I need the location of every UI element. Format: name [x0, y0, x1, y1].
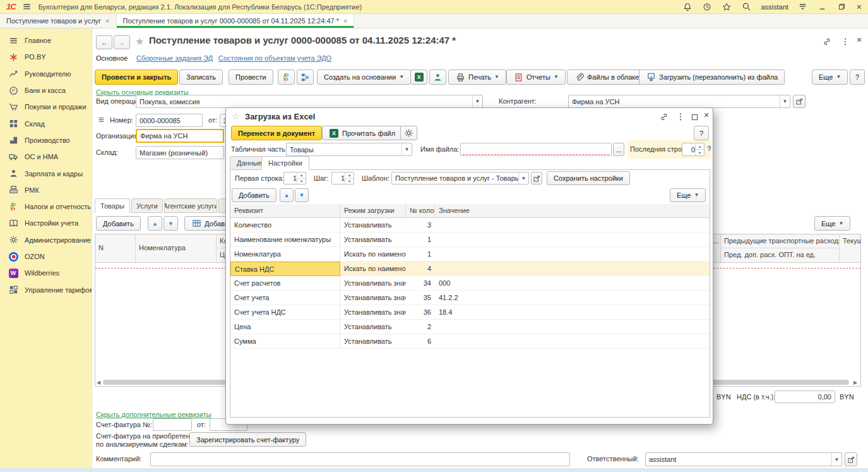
forward-button[interactable]: → [114, 35, 130, 49]
dialog-grid-row[interactable]: НоменклатураИскать по наименованию1 [230, 247, 710, 262]
sidebar-item-ozon[interactable]: OZON [0, 248, 92, 265]
dialog-grid-row[interactable]: КоличествоУстанавливать3 [230, 218, 710, 233]
comment-field[interactable] [150, 452, 570, 466]
col-requisite[interactable]: Реквизит [230, 204, 340, 217]
move-up-button[interactable]: ▲ [148, 216, 162, 231]
last-row-field[interactable]: 0 ▲▼ [682, 143, 705, 156]
sidebar-item-зарплата-и-кадры[interactable]: Зарплата и кадры [0, 165, 92, 181]
dialog-grid-more-button[interactable]: Еще▼ [670, 188, 706, 202]
col-prev-transport[interactable]: Предыдущие транспортные расходы [721, 234, 840, 248]
dtkt-button[interactable]: ДтКт [278, 70, 295, 85]
print-button[interactable]: Печать▼ [448, 70, 506, 85]
save-button[interactable]: Записать [179, 70, 223, 85]
reports-button[interactable]: Отчеты▼ [506, 70, 566, 85]
sidebar-item-производство[interactable]: Производство [0, 132, 92, 148]
dialog-grid-row[interactable]: Счет расчетовУстанавливать значение34000 [230, 276, 710, 291]
table-more-button[interactable]: Еще▼ [814, 216, 850, 231]
dialog-close-icon[interactable]: × [704, 110, 709, 120]
dialog-link-icon[interactable] [659, 112, 669, 122]
col-n[interactable]: N [95, 234, 136, 262]
spinner-control[interactable]: ▲▼ [695, 143, 704, 155]
excel-button[interactable]: X [410, 70, 427, 85]
dropdown-caret-icon[interactable]: ▼ [831, 453, 841, 466]
sidebar-item-wildberries[interactable]: WWildberries [0, 265, 92, 281]
browse-file-button[interactable]: ... [613, 143, 624, 156]
counterparty-open-button[interactable] [793, 95, 806, 108]
number-menu-icon[interactable] [96, 114, 106, 124]
dialog-more-icon[interactable] [675, 112, 686, 122]
minimize-icon[interactable] [817, 2, 828, 12]
operation-combobox[interactable]: Покупка, комиссия ▼ [136, 95, 483, 108]
nav-assembly-link[interactable]: Сборочные задания ЭД [136, 54, 213, 62]
first-row-field[interactable]: 1 ▲▼ [283, 172, 306, 185]
tab-close-icon[interactable]: × [343, 17, 347, 25]
col-column-number[interactable]: № колонки [406, 204, 435, 217]
restore-icon[interactable] [837, 2, 847, 12]
nav-main[interactable]: Основное [96, 54, 128, 62]
template-open-button[interactable] [531, 172, 542, 185]
tab-goods[interactable]: Товары [95, 198, 130, 213]
close-icon[interactable]: × [857, 2, 862, 12]
dialog-grid-row[interactable]: Ставка НДСИскать по наименованию4 [230, 262, 710, 276]
col-current[interactable]: Текущ [840, 234, 860, 262]
vat-field[interactable]: 0,00 [775, 390, 835, 403]
sidebar-item-главное[interactable]: Главное [0, 32, 92, 49]
template-combobox[interactable]: Поступление товаров и услуг - Товары ▼ [391, 172, 529, 185]
col-prev-add[interactable]: Пред. доп. расх. ОПТ. на ед. [721, 248, 840, 262]
nav-edo-link[interactable]: Состояния по объектам учета ЭДО [218, 54, 331, 62]
move-down-button[interactable]: ▼ [163, 216, 178, 231]
dialog-grid-row[interactable]: Наименование номенклатурыУстанавливать1 [230, 233, 710, 247]
structure-button[interactable] [297, 70, 314, 85]
tab-document-list[interactable]: Поступление товаров и услуг × [0, 14, 117, 28]
form-close-icon[interactable]: × [857, 35, 862, 45]
scroll-right-icon[interactable]: ▶ [853, 380, 857, 385]
dropdown-caret-icon[interactable]: ▼ [780, 95, 790, 107]
tab-document-current[interactable]: Поступление товаров и услуг 0000-000085 … [117, 14, 355, 28]
col-load-mode[interactable]: Режим загрузки [340, 204, 406, 217]
step-field[interactable]: 1 ▲▼ [331, 172, 354, 185]
invoice-number-field[interactable] [153, 418, 192, 431]
sidebar-item-покупки-и-продажи[interactable]: Покупки и продажи [0, 99, 92, 115]
tab-close-icon[interactable]: × [105, 17, 109, 25]
get-link-icon[interactable] [822, 37, 832, 47]
tab-services[interactable]: Услуги [131, 198, 163, 213]
warehouse-field[interactable]: Магазин (розничный) [136, 146, 224, 159]
hide-additional-requisites-link[interactable]: Скрыть дополнительные реквизиты [96, 411, 211, 418]
last-row-hint[interactable]: ? [707, 145, 711, 152]
current-user[interactable]: assistant [761, 3, 788, 11]
read-file-button[interactable]: XПрочитать файл [322, 126, 402, 140]
filename-input[interactable] [460, 143, 612, 156]
sidebar-item-администрирование[interactable]: Администрирование [0, 232, 92, 248]
responsible-field[interactable]: assistant ▼ [645, 452, 842, 466]
save-settings-button[interactable]: Сохранить настройки [547, 171, 630, 185]
dialog-move-up-button[interactable]: ▲ [280, 188, 294, 202]
sidebar-item-управление-тарифом[interactable]: Управление тарифом [0, 281, 92, 298]
sidebar-item-рмк[interactable]: РМК [0, 182, 92, 198]
col-value[interactable]: Значение [435, 204, 710, 217]
tab-settings[interactable]: Настройки [261, 156, 309, 170]
transfer-to-document-button[interactable]: Перенести в документ [231, 126, 322, 140]
create-based-on-button[interactable]: Создать на основании▼ [317, 70, 411, 85]
dialog-add-button[interactable]: Добавить [232, 188, 276, 202]
load-from-file-button[interactable]: Загрузить (перезаполнить) из файла [639, 70, 785, 85]
col-dots[interactable]: ... [712, 234, 721, 262]
organization-field[interactable]: Фирма на УСН [136, 129, 224, 143]
sidebar-item-склад[interactable]: Склад [0, 115, 92, 131]
favorites-star-icon[interactable] [722, 2, 732, 12]
number-field[interactable]: 0000-000085 [136, 114, 203, 127]
dialog-move-down-button[interactable]: ▼ [295, 188, 309, 202]
dialog-grid-row[interactable]: СуммаУстанавливать6 [230, 334, 710, 349]
add-row-button[interactable]: Добавить [96, 216, 141, 231]
dropdown-caret-icon[interactable]: ▼ [401, 143, 412, 155]
notifications-bell-icon[interactable] [682, 2, 693, 12]
dialog-help-button[interactable]: ? [694, 126, 709, 140]
search-icon[interactable] [741, 2, 751, 12]
dropdown-caret-icon[interactable]: ▼ [518, 172, 528, 184]
counterparty-check-button[interactable] [429, 70, 446, 85]
sidebar-item-налоги-и-отчетность[interactable]: ДтКтНалоги и отчетность [0, 198, 92, 215]
sidebar-item-банк-и-касса[interactable]: PБанк и касса [0, 82, 92, 99]
dropdown-caret-icon[interactable]: ▼ [472, 95, 482, 107]
main-menu-icon[interactable] [798, 2, 808, 12]
history-clock-icon[interactable] [702, 2, 712, 12]
more-icon[interactable] [840, 37, 850, 47]
